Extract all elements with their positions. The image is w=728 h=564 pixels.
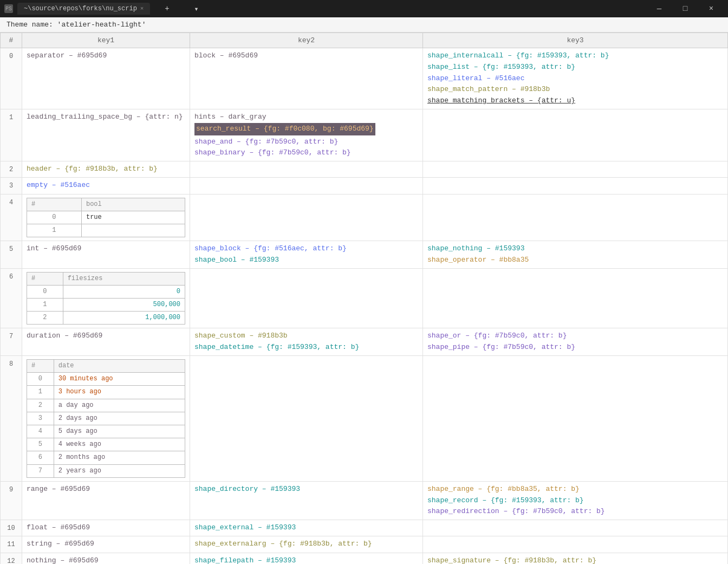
cell-key3 bbox=[423, 109, 728, 161]
mini-table-row: 45 days ago bbox=[27, 425, 185, 438]
theme-name-text: Theme name: 'atelier-heath-light' bbox=[6, 21, 146, 29]
cell-text: float – #695d69 bbox=[27, 523, 90, 531]
cell-text: shape_redirection – {fg: #7b59c0, attr: … bbox=[427, 506, 723, 517]
cell-key3 bbox=[423, 356, 728, 482]
app-icon: PS bbox=[4, 4, 13, 13]
cell-key3 bbox=[423, 178, 728, 194]
titlebar: PS ~\source\repos\forks\nu_scrip × + ▾ —… bbox=[0, 0, 728, 17]
mini-cell: 2 days ago bbox=[54, 412, 185, 425]
cell-key3: shape_signature – {fg: #918b3b, attr: b}… bbox=[423, 553, 728, 564]
row-num: 5 bbox=[1, 241, 22, 269]
table-row: 7 duration – #695d69 shape_custom – #918… bbox=[1, 328, 728, 356]
new-tab-button[interactable]: + bbox=[154, 0, 179, 17]
table-row: 10 float – #695d69 shape_external – #159… bbox=[1, 520, 728, 536]
mini-table-row: 00 bbox=[27, 285, 185, 298]
cell-text: separator – #695d69 bbox=[27, 51, 107, 60]
table-row: 12 nothing – #695d69 shape_filepath – #1… bbox=[1, 553, 728, 564]
table-row: 5 int – #695d69 shape_block – {fg: #516a… bbox=[1, 241, 728, 269]
mini-table-bool: #bool 0true 1 bbox=[27, 198, 185, 238]
cell-key1: empty – #516aec bbox=[22, 178, 190, 194]
row-num: 10 bbox=[1, 520, 22, 536]
maximize-button[interactable]: □ bbox=[673, 0, 698, 17]
table-header-row: # key1 key2 key3 bbox=[1, 33, 728, 48]
cell-key3: shape_internalcall – {fg: #159393, attr:… bbox=[423, 48, 728, 109]
cell-key3 bbox=[423, 161, 728, 178]
cell-key2: shape_block – {fg: #516aec, attr: b} sha… bbox=[190, 241, 423, 269]
table-row: 0 separator – #695d69 block – #695d69 sh… bbox=[1, 48, 728, 109]
cell-key2: shape_external – #159393 bbox=[190, 520, 423, 536]
table-row: 11 string – #695d69 shape_externalarg – … bbox=[1, 536, 728, 553]
mini-table-row: 21,000,000 bbox=[27, 312, 185, 325]
cell-text: shape_directory – #159393 bbox=[194, 484, 418, 495]
cell-text: shape_match_pattern – #918b3b bbox=[427, 84, 723, 95]
cell-text: shape_external – #159393 bbox=[194, 522, 418, 534]
mini-cell bbox=[81, 224, 185, 237]
mini-cell: 2 bbox=[27, 312, 63, 325]
cell-text: shape_signature – {fg: #918b3b, attr: b} bbox=[427, 555, 723, 565]
cell-text: shape_externalarg – {fg: #918b3b, attr: … bbox=[194, 539, 418, 550]
mini-cell: 7 bbox=[27, 464, 54, 477]
table-row: 9 range – #695d69 shape_directory – #159… bbox=[1, 481, 728, 520]
mini-table-row: 72 years ago bbox=[27, 464, 185, 477]
cell-key2 bbox=[190, 161, 423, 178]
mini-col-header: # bbox=[27, 272, 63, 285]
mini-cell: 0 bbox=[27, 211, 82, 224]
cell-key3: shape_range – {fg: #bb8a35, attr: b} sha… bbox=[423, 481, 728, 520]
row-num: 11 bbox=[1, 536, 22, 553]
titlebar-tab[interactable]: ~\source\repos\forks\nu_scrip × bbox=[17, 3, 150, 15]
cell-text: header – {fg: #918b3b, attr: b} bbox=[27, 165, 158, 173]
mini-cell: true bbox=[81, 211, 185, 224]
cell-text: block – #695d69 bbox=[194, 51, 258, 60]
cell-key2: shape_directory – #159393 bbox=[190, 481, 423, 520]
mini-cell: 500,000 bbox=[63, 299, 185, 312]
cell-key1: range – #695d69 bbox=[22, 481, 190, 520]
row-num: 9 bbox=[1, 481, 22, 520]
mini-cell: 3 bbox=[27, 412, 54, 425]
mini-cell: 5 days ago bbox=[54, 425, 185, 438]
mini-cell: 3 hours ago bbox=[54, 386, 185, 399]
cell-text: shape_filepath – #159393 bbox=[194, 555, 418, 565]
cell-key2 bbox=[190, 356, 423, 482]
mini-col-header: date bbox=[54, 360, 185, 373]
mini-cell: 0 bbox=[27, 373, 54, 386]
tab-close-button[interactable]: × bbox=[140, 5, 144, 12]
mini-cell: 30 minutes ago bbox=[54, 373, 185, 386]
row-num: 0 bbox=[1, 48, 22, 109]
mini-table-row: 030 minutes ago bbox=[27, 373, 185, 386]
cell-text: hints – dark_gray bbox=[194, 112, 418, 123]
mini-col-header: # bbox=[27, 198, 82, 211]
row-num: 12 bbox=[1, 553, 22, 564]
window-controls: — □ × bbox=[647, 0, 724, 17]
mini-cell: 1 bbox=[27, 299, 63, 312]
tab-label: ~\source\repos\forks\nu_scrip bbox=[24, 5, 137, 12]
mini-table-filesizes: #filesizes 00 1500,000 21,000,000 bbox=[27, 272, 185, 325]
mini-cell: 1 bbox=[27, 386, 54, 399]
minimize-button[interactable]: — bbox=[647, 0, 672, 17]
row-num: 1 bbox=[1, 109, 22, 161]
cell-key1: leading_trailing_space_bg – {attr: n} bbox=[22, 109, 190, 161]
mini-cell: 1,000,000 bbox=[63, 312, 185, 325]
cell-text: shape_and – {fg: #7b59c0, attr: b} bbox=[194, 137, 418, 148]
data-table: # key1 key2 key3 0 separator – #695d69 b… bbox=[0, 33, 728, 564]
mini-cell: 2 bbox=[27, 399, 54, 412]
cell-key3: shape_nothing – #159393 shape_operator –… bbox=[423, 241, 728, 269]
mini-cell: 4 bbox=[27, 425, 54, 438]
tab-dropdown-button[interactable]: ▾ bbox=[184, 0, 209, 17]
cell-text: shape_block – {fg: #516aec, attr: b} bbox=[194, 243, 418, 255]
cell-text: shape_range – {fg: #bb8a35, attr: b} bbox=[427, 484, 723, 495]
mini-table-date: #date 030 minutes ago 13 hours ago 2a da… bbox=[27, 359, 185, 478]
cell-key3 bbox=[423, 520, 728, 536]
cell-key2 bbox=[190, 268, 423, 328]
cell-text: range – #695d69 bbox=[27, 485, 90, 493]
mini-table-row: 54 weeks ago bbox=[27, 438, 185, 451]
mini-cell: 2 months ago bbox=[54, 451, 185, 464]
cell-text: shape_pipe – {fg: #7b59c0, attr: b} bbox=[427, 342, 723, 353]
mini-cell: 0 bbox=[27, 285, 63, 298]
mini-cell: 4 weeks ago bbox=[54, 438, 185, 451]
table-row: 4 #bool 0true 1 bbox=[1, 194, 728, 241]
cell-text: shape_custom – #918b3b bbox=[194, 330, 418, 342]
cell-text: shape_datetime – {fg: #159393, attr: b} bbox=[194, 342, 418, 353]
close-window-button[interactable]: × bbox=[699, 0, 724, 17]
row-num: 2 bbox=[1, 161, 22, 178]
mini-col-header: # bbox=[27, 360, 54, 373]
